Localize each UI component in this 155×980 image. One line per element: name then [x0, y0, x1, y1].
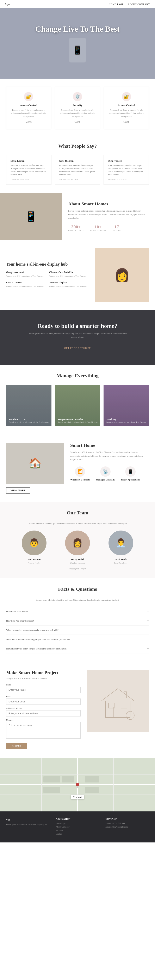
feature-text-0: Duis aute irure dolor in reprehenderit i…	[11, 108, 47, 118]
feature-title-0: Access Control	[11, 103, 47, 107]
form-label-email: Email	[6, 695, 81, 698]
hub-item-text-3: Sample text: Click to select the Text El…	[49, 285, 89, 288]
footer-link-0[interactable]: Home Page	[56, 822, 99, 824]
form-input-phone[interactable]	[6, 710, 81, 716]
nav-home[interactable]: Home Page	[109, 3, 124, 5]
testimonial-name-0: Stella Larsen	[11, 159, 47, 162]
project-section: Make Smart Home Project Sample text: Cli…	[0, 662, 155, 758]
footer-link-1[interactable]: About Company	[56, 826, 99, 828]
testimonial-date-2: THOMAS JUNE 2024	[108, 178, 144, 180]
svg-point-20	[76, 786, 79, 788]
team-name-0: Bob Brown	[16, 558, 53, 561]
feature-text-1: Duis aute irure dolor in reprehenderit i…	[60, 108, 96, 118]
stat-2: 17 AWARDS	[112, 224, 121, 232]
footer-nav-col: Navigation Home Page About Company Servi…	[56, 818, 99, 836]
faq-item-1[interactable]: How Fine Are Their Services? +	[6, 616, 149, 625]
project-title: Make Smart Home Project	[6, 670, 81, 675]
feature-more-0[interactable]: MORE	[25, 121, 32, 123]
hub-item-1: Chrome Cast Build-In Sample text: Click …	[49, 271, 89, 278]
smart-section: 🏠 VIEW MORE Smart Home Sample text: Clic…	[0, 434, 155, 502]
stat-label-0: HAPPY CLIENTS	[68, 229, 84, 232]
team-member-0: 👨 Bob Brown Content Leader	[16, 531, 53, 564]
form-label-phone: Additional Address	[6, 707, 81, 710]
feature-more-1[interactable]: MORE	[74, 121, 81, 123]
footer-link-2[interactable]: Services	[56, 829, 99, 832]
form-group-email: Email	[6, 695, 81, 705]
cta-button[interactable]: GET FREE ESTIMATE	[58, 344, 97, 352]
footer-logo: logo	[6, 818, 50, 821]
smart-icon-label-2: Smart Applications	[121, 479, 140, 481]
stat-0: 300+ HAPPY CLIENTS	[68, 224, 84, 232]
testimonial-text-1: Proin sed libero enim sed faucibus turpi…	[59, 164, 96, 176]
team-role-2: Lead Developer	[102, 562, 139, 564]
testimonials-row: Stella Larsen Proin sed libero enim sed …	[6, 155, 149, 185]
svg-marker-1	[101, 689, 134, 701]
house-svg	[97, 680, 138, 722]
navigation: logo Home Page About Company	[0, 0, 155, 8]
hub-item-text-2: Sample text: Click to select the Text El…	[6, 285, 46, 288]
smart-icon-circle-0: 📶	[75, 466, 85, 477]
manage-card-text-1: Sample text, click to select and edit th…	[58, 421, 98, 423]
manage-card-label-track: Tracking Sample text, click to select an…	[106, 418, 146, 423]
feature-card-1: 🛡️ Security Duis aute irure dolor in rep…	[55, 87, 100, 129]
form-group-name: Name	[6, 684, 81, 693]
stat-num-1: 10+	[90, 224, 106, 229]
logo: logo	[5, 3, 10, 6]
testimonial-date-1: THOMAS JUNE 2024	[59, 178, 96, 180]
cta-title: Ready to build a smarter home?	[8, 323, 147, 329]
testimonial-1: Nick Jhonson Proin sed libero enim sed f…	[55, 155, 100, 185]
hub-item-2: 6.5MP Camera Sample text: Click to selec…	[6, 281, 46, 288]
faq-question-0: How much does it cost?	[6, 610, 28, 612]
cta-text: Lorem ipsum dolor sit amet, consectetur …	[26, 332, 129, 339]
hub-section: Your home's all-in-one display hub Googl…	[0, 240, 155, 310]
form-input-name[interactable]	[6, 687, 81, 693]
hero-section: Change Live To The Best 📱	[0, 8, 155, 79]
nav-links: Home Page About Company	[109, 3, 150, 5]
smart-icon-circle-2: 📱	[125, 466, 136, 477]
team-photo-1: 👩	[65, 531, 90, 555]
team-role-1: Chief Accountant	[59, 562, 96, 564]
testimonial-text-2: Proin sed libero enim sed faucibus turpi…	[108, 164, 144, 176]
hero-title: Change Live To The Best	[36, 24, 120, 33]
hub-left: Your home's all-in-one display hub Googl…	[6, 262, 89, 288]
map-label: New York	[71, 795, 84, 799]
smart-icon-2: 📱 Smart Applications	[121, 466, 140, 481]
faq-item-2[interactable]: What companies or organizations have you…	[6, 625, 149, 635]
footer-link-3[interactable]: Contact	[56, 833, 99, 835]
team-photo-2: 👨‍💼	[109, 531, 133, 555]
svg-rect-15	[62, 776, 74, 783]
stat-num-2: 17	[112, 224, 121, 229]
footer-main-col: logo Lorem ipsum dolor sit amet, consect…	[6, 818, 50, 836]
feature-icon-1: 🛡️	[73, 92, 82, 101]
hub-grid: Google Assistant Sample text: Click to s…	[6, 271, 89, 288]
view-more-button[interactable]: VIEW MORE	[6, 487, 30, 493]
submit-button[interactable]: SUBMIT	[6, 743, 27, 749]
testimonial-0: Stella Larsen Proin sed libero enim sed …	[6, 155, 51, 185]
feature-icon-0: 🔐	[24, 92, 33, 101]
team-role-0: Content Leader	[16, 562, 53, 564]
manage-cards-row: Outdoor CCTV Sample text, click to selec…	[6, 385, 149, 426]
hub-item-name-1: Chrome Cast Build-In	[49, 271, 89, 274]
testimonial-name-1: Nick Jhonson	[59, 159, 96, 162]
form-input-email[interactable]	[6, 698, 81, 705]
faq-item-0[interactable]: How much does it cost? +	[6, 607, 149, 616]
footer-text: Lorem ipsum dolor sit amet, consectetur …	[6, 823, 50, 826]
testimonial-text-0: Proin sed libero enim sed faucibus turpi…	[11, 164, 47, 176]
nav-about[interactable]: About Company	[128, 3, 150, 5]
faq-item-4[interactable]: Nam et amet vide dolor, tempor iaculis a…	[6, 644, 149, 654]
faq-arrow-1: +	[147, 619, 149, 622]
feature-more-2[interactable]: MORE	[123, 121, 130, 123]
smart-icons-row: 📶 Wirelessly Connects 📡 Managed Centrall…	[70, 466, 149, 481]
faq-question-3: What education and/or training do you ha…	[6, 638, 70, 641]
footer-nav-heading: Navigation	[56, 818, 99, 820]
manage-section: Manage Everything Outdoor CCTV Sample te…	[0, 365, 155, 434]
svg-rect-14	[43, 776, 60, 783]
feature-icon-2: 🔐	[122, 92, 131, 101]
faq-item-3[interactable]: What education and/or training do you ha…	[6, 635, 149, 644]
manage-card-label-cctv: Outdoor CCTV Sample text, click to selec…	[9, 418, 49, 423]
smart-icon-circle-1: 📡	[100, 466, 111, 477]
feature-title-2: Access Control	[108, 103, 144, 107]
testimonial-date-0: THOMAS JUNE 2024	[11, 178, 47, 180]
form-textarea-message[interactable]	[6, 722, 81, 739]
team-section: Our Team Ut enim ad minim veniam, quis n…	[0, 502, 155, 578]
